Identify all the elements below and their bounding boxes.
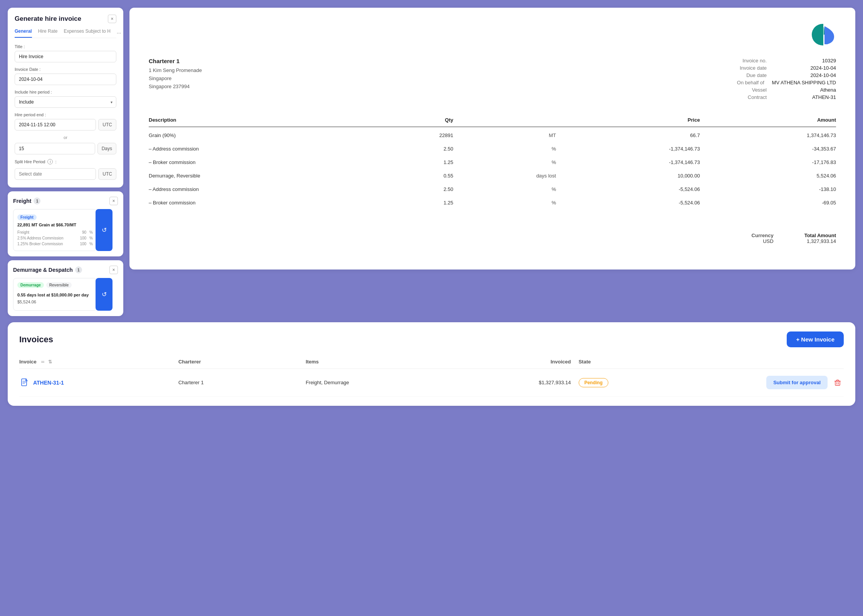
hire-period-end-input[interactable] [15, 119, 96, 131]
pending-badge: Pending [579, 378, 608, 387]
title-field: Title : [15, 44, 116, 62]
row-qty: 1.25 [388, 156, 453, 169]
invoice-table-row: Grain (90%) 22891 MT 66.7 1,374,146.73 [149, 127, 836, 142]
freight-row-freight: Freight 90 % [17, 229, 93, 235]
days-input-group: Days [15, 143, 116, 154]
demurrage-card: Demurrage & Despatch 1 × Demurrage Rever… [8, 260, 123, 316]
freight-row-broker: 1.25% Broker Commission 100 % [17, 241, 93, 247]
days-input[interactable] [15, 143, 95, 154]
tabs-container: General Hire Rate Expenses Subject to H … [15, 28, 116, 38]
freight-refresh-btn[interactable]: ↺ [96, 209, 112, 251]
new-invoice-button[interactable]: + New Invoice [787, 331, 844, 347]
contract-label: Contract [748, 94, 767, 100]
delete-button[interactable] [831, 377, 844, 389]
split-hire-period-label: Split Hire Period [15, 159, 45, 164]
title-input[interactable] [15, 51, 116, 62]
total-amount-label: Total Amount [804, 233, 836, 238]
row-amount: -138.10 [700, 182, 836, 196]
total-amount-value: 1,327,933.14 [804, 238, 836, 244]
company-logo-icon [811, 23, 836, 46]
row-amount: 1,374,146.73 [700, 127, 836, 142]
row-price: 10,000.00 [556, 169, 700, 182]
address-line3: Singapore 237994 [149, 83, 202, 91]
row-description: – Broker commission [149, 196, 388, 209]
invoice-table-row: – Address commission 2.50 % -5,524.06 -1… [149, 182, 836, 196]
freight-card-content: Freight 22,891 MT Grain at $66.70/MT Fre… [13, 209, 97, 251]
split-date-input[interactable] [15, 168, 96, 180]
demurrage-refresh-btn[interactable]: ↺ [96, 278, 112, 311]
due-date-value: 2024-10-04 [774, 72, 836, 78]
freight-card-close-btn[interactable]: × [109, 197, 118, 205]
hire-period-end-input-group: UTC [15, 119, 116, 131]
include-select-wrapper: Include Exclude ▾ [15, 96, 116, 108]
sort-arrows-icon[interactable]: ⇅ [48, 359, 52, 365]
address-line1: 1 Kim Seng Promenade [149, 67, 202, 75]
on-behalf-label: On behalf of [737, 80, 764, 85]
info-icon[interactable]: i [47, 159, 53, 164]
currency-label: Currency [752, 233, 774, 238]
col-qty: Qty [388, 113, 453, 127]
sort-icon[interactable] [41, 361, 44, 363]
row-description: – Address commission [149, 142, 388, 156]
freight-desc: 22,891 MT Grain at $66.70/MT [17, 223, 93, 227]
freight-card-body: Freight 22,891 MT Grain at $66.70/MT Fre… [13, 209, 118, 251]
col-unit [453, 113, 556, 127]
title-label: Title : [15, 44, 116, 49]
row-unit: % [453, 196, 556, 209]
invoice-logo [149, 23, 836, 46]
include-hire-period-label: Include hire period : [15, 90, 116, 94]
row-qty: 0.55 [388, 169, 453, 182]
generate-card-title: Generate hire invoice [15, 15, 81, 23]
invoice-no-label: Invoice no. [742, 58, 767, 64]
invoice-id[interactable]: ATHEN-31-1 [33, 380, 64, 386]
row-amount: -34,353.67 [700, 142, 836, 156]
invoice-header: Charterer 1 1 Kim Seng Promenade Singapo… [149, 58, 836, 102]
tab-expenses[interactable]: Expenses Subject to H [64, 28, 110, 38]
invoice-table-row: Demurrage, Reversible 0.55 days lost 10,… [149, 169, 836, 182]
generate-card-header: Generate hire invoice × [15, 15, 116, 23]
invoices-table: Invoice ⇅ Charterer Items Invoiced State [19, 355, 844, 397]
row-amount: -69.05 [700, 196, 836, 209]
freight-tag: Freight [17, 214, 37, 220]
include-hire-period-field: Include hire period : Include Exclude ▾ [15, 90, 116, 108]
generate-card-close-btn[interactable]: × [108, 15, 116, 23]
demurrage-card-header: Demurrage & Despatch 1 × [13, 266, 118, 274]
col-invoice-header: Invoice [19, 359, 37, 365]
contract-value: ATHEN-31 [774, 94, 836, 100]
invoice-date-field: Invoice Date : [15, 67, 116, 85]
tab-more[interactable]: ... [117, 28, 121, 38]
meta-row-due-date: Due date 2024-10-04 [737, 72, 836, 78]
tab-general[interactable]: General [15, 28, 32, 38]
row-price: 66.7 [556, 127, 700, 142]
days-addon: Days [97, 143, 116, 154]
row-amount: -17,176.83 [700, 156, 836, 169]
demurrage-tag: Demurrage [17, 282, 44, 288]
currency-value: USD [752, 238, 774, 244]
hire-period-end-field: Hire period end : UTC [15, 112, 116, 131]
split-date-input-group: UTC [15, 168, 116, 180]
submit-for-approval-button[interactable]: Submit for approval [766, 376, 828, 389]
tab-hire-rate[interactable]: Hire Rate [38, 28, 58, 38]
invoice-date-value: 2024-10-04 [774, 65, 836, 71]
row-qty: 22891 [388, 127, 453, 142]
row-description: – Broker commission [149, 156, 388, 169]
row-qty: 1.25 [388, 196, 453, 209]
row-price: -5,524.06 [556, 196, 700, 209]
invoice-table: Description Qty Price Amount Grain (90%)… [149, 113, 836, 209]
row-unit: MT [453, 127, 556, 142]
meta-row-vessel: Vessel Athena [737, 87, 836, 93]
row-qty: 2.50 [388, 182, 453, 196]
invoice-date-input[interactable] [15, 74, 116, 85]
invoice-no-value: 10329 [774, 58, 836, 64]
demurrage-card-close-btn[interactable]: × [109, 266, 118, 274]
row-description: – Address commission [149, 182, 388, 196]
include-hire-period-select[interactable]: Include Exclude [15, 96, 116, 108]
row-price: -1,374,146.73 [556, 156, 700, 169]
invoice-currency: Currency USD [752, 233, 774, 244]
invoice-total-section: Currency USD Total Amount 1,327,933.14 [149, 225, 836, 244]
freight-card-header: Freight 1 × [13, 197, 118, 205]
meta-row-contract: Contract ATHEN-31 [737, 94, 836, 100]
invoice-date-label: Invoice date [740, 65, 767, 71]
demurrage-desc: 0.55 days lost at $10,000.00 per day [17, 293, 93, 297]
row-qty: 2.50 [388, 142, 453, 156]
